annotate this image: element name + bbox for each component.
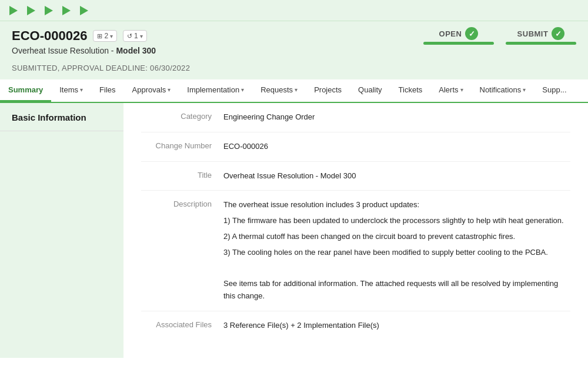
open-status-bar [423,42,494,45]
main-content: Basic Information Category Engineering C… [0,103,588,358]
header-top-row: ECO-000026 ⊞ 2 ▾ ↺ 1 ▾ OPEN ✓ [12,27,576,45]
value-description: The overheat issue resolution includes 3… [223,199,570,303]
description-line5: See items tab for additional information… [223,278,570,303]
tab-tickets[interactable]: Tickets [390,79,431,102]
open-label: OPEN [439,29,462,38]
eco-subtitle: Overheat Issue Resolution - Model 300 [12,46,576,55]
tab-quality-label: Quality [358,85,382,94]
tab-projects[interactable]: Projects [306,79,350,102]
tab-approvals[interactable]: Approvals ▾ [124,79,179,102]
approvals-chevron-icon: ▾ [168,87,171,93]
tab-items-label: Items [59,85,78,94]
label-change-number: Change Number [141,141,223,150]
play-button-1[interactable] [9,6,18,15]
left-sidebar: Basic Information [0,103,123,358]
submit-status: SUBMIT ✓ [506,27,576,45]
tab-approvals-label: Approvals [132,85,166,94]
description-line1: 1) The firmware has been updated to unde… [223,215,570,227]
submit-status-row: SUBMIT ✓ [517,27,565,40]
deadline-text: SUBMITTED, APPROVAL DEADLINE: 06/30/2022 [12,64,190,72]
label-category: Category [141,111,223,121]
alerts-chevron-icon: ▾ [460,87,463,93]
header-area: ECO-000026 ⊞ 2 ▾ ↺ 1 ▾ OPEN ✓ [0,21,588,79]
tab-quality[interactable]: Quality [350,79,390,102]
tab-alerts[interactable]: Alerts ▾ [430,79,471,102]
revision-icon: ⊞ [97,32,102,40]
implementation-chevron-icon: ▾ [241,87,244,93]
tab-files-label: Files [99,85,115,94]
submit-label: SUBMIT [517,29,549,38]
value-title: Overheat Issue Resolution - Model 300 [223,170,570,182]
tab-supp-label: Supp... [542,85,566,94]
tab-requests[interactable]: Requests ▾ [252,79,306,102]
value-category: Engineering Change Order [223,111,570,124]
cycle-badge[interactable]: ↺ 1 ▾ [123,30,147,42]
tab-items[interactable]: Items ▾ [51,79,91,102]
subtitle-normal: Overheat Issue Resolution - [12,46,116,55]
eco-number: ECO-000026 [12,28,87,44]
description-line4 [223,263,570,275]
requests-chevron-icon: ▾ [295,87,298,93]
field-row-title: Title Overheat Issue Resolution - Model … [141,162,570,191]
open-status-row: OPEN ✓ [439,27,479,40]
tab-alerts-label: Alerts [439,85,458,94]
tab-requests-label: Requests [260,85,293,94]
play-button-2[interactable] [27,6,35,15]
cycle-count: 1 [134,32,138,40]
tab-summary[interactable]: Summary [0,79,51,102]
description-line3: 3) The cooling holes on the rear panel h… [223,247,570,259]
label-title: Title [141,170,223,180]
open-check-icon: ✓ [465,27,478,40]
description-intro: The overheat issue resolution includes 3… [223,199,570,211]
value-associated-files: 3 Reference File(s) + 2 Implementation F… [223,320,570,332]
status-block: OPEN ✓ SUBMIT ✓ [423,27,576,45]
open-status: OPEN ✓ [423,27,494,45]
items-chevron-icon: ▾ [80,87,83,93]
tab-implementation[interactable]: Implementation ▾ [179,79,252,102]
revisions-badge[interactable]: ⊞ 2 ▾ [93,30,117,42]
nav-tabs: Summary Items ▾ Files Approvals ▾ Implem… [0,79,588,103]
submit-status-bar [506,42,576,45]
tab-tickets-label: Tickets [399,85,423,94]
label-associated-files: Associated Files [141,320,223,329]
deadline-row: SUBMITTED, APPROVAL DEADLINE: 06/30/2022 [12,55,576,79]
tab-notifications[interactable]: Notifications ▾ [472,79,534,102]
cycle-icon: ↺ [127,32,132,40]
cycle-chevron-icon: ▾ [140,33,143,39]
play-button-4[interactable] [62,6,71,15]
section-header: Basic Information [0,103,123,131]
value-change-number: ECO-000026 [223,141,570,153]
label-description: Description [141,199,223,208]
tab-projects-label: Projects [314,85,342,94]
tab-supp[interactable]: Supp... [534,79,574,102]
subtitle-bold: Model 300 [116,46,156,55]
field-row-associated-files: Associated Files 3 Reference File(s) + 2… [141,311,570,340]
play-button-3[interactable] [45,6,53,15]
field-row-change-number: Change Number ECO-000026 [141,132,570,162]
tab-summary-label: Summary [8,85,43,94]
description-line2: 2) A thermal cutoff has been changed on … [223,231,570,243]
field-row-category: Category Engineering Change Order [141,103,570,132]
tab-notifications-label: Notifications [480,85,522,94]
tab-files[interactable]: Files [91,79,123,102]
revision-count: 2 [104,32,108,40]
play-button-5[interactable] [80,6,88,15]
submit-check-icon: ✓ [552,27,564,40]
revision-chevron-icon: ▾ [110,33,113,39]
eco-title-block: ECO-000026 ⊞ 2 ▾ ↺ 1 ▾ [12,28,147,44]
top-toolbar [0,0,588,21]
field-row-description: Description The overheat issue resolutio… [141,191,570,311]
tab-implementation-label: Implementation [187,85,239,94]
content-area: Category Engineering Change Order Change… [123,103,588,358]
notifications-chevron-icon: ▾ [523,87,526,93]
